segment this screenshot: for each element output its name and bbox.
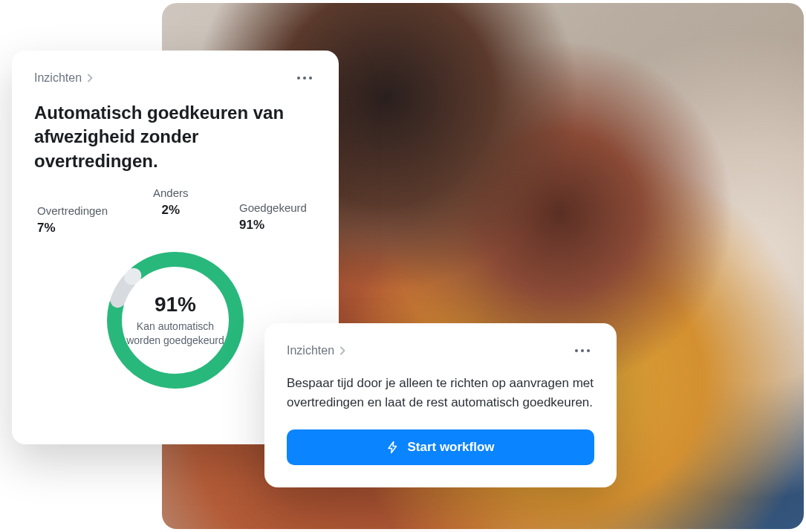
more-menu-button[interactable] — [293, 72, 316, 84]
segment-name: Anders — [153, 186, 189, 199]
action-card-header: Inzichten — [287, 344, 594, 357]
more-icon — [575, 349, 578, 352]
breadcrumb-label: Inzichten — [287, 344, 334, 357]
segment-pct: 91% — [239, 217, 307, 233]
lightning-icon — [386, 441, 400, 454]
donut-chart: 91% Kan automatisch worden goedgekeurd — [101, 246, 250, 395]
donut-segment-labels: Overtredingen 7% Anders 2% Goedgekeurd 9… — [34, 186, 316, 246]
start-workflow-button[interactable]: Start workflow — [287, 429, 594, 465]
insights-title: Automatisch goedkeuren van afwezigheid z… — [34, 101, 316, 173]
segment-name: Goedgekeurd — [239, 201, 307, 214]
donut-center-value: 91% — [155, 293, 196, 317]
more-icon — [297, 77, 300, 80]
donut-center-caption: Kan automatisch worden goedgekeurd — [122, 319, 229, 348]
segment-label-other: Anders 2% — [153, 186, 189, 218]
action-description: Bespaar tijd door je alleen te richten o… — [287, 374, 594, 413]
start-workflow-label: Start workflow — [407, 440, 494, 455]
donut-center: 91% Kan automatisch worden goedgekeurd — [101, 246, 250, 395]
segment-pct: 7% — [37, 220, 108, 236]
segment-pct: 2% — [153, 202, 189, 218]
breadcrumb-label: Inzichten — [34, 71, 82, 85]
segment-name: Overtredingen — [37, 204, 108, 217]
breadcrumb[interactable]: Inzichten — [34, 71, 94, 85]
segment-label-approved: Goedgekeurd 91% — [239, 201, 307, 233]
more-menu-button[interactable] — [571, 345, 594, 357]
chevron-right-icon — [86, 74, 94, 82]
segment-label-violations: Overtredingen 7% — [37, 204, 108, 236]
action-card: Inzichten Bespaar tijd door je alleen te… — [264, 323, 617, 487]
insights-card-header: Inzichten — [34, 71, 316, 85]
breadcrumb[interactable]: Inzichten — [287, 344, 346, 357]
chevron-right-icon — [339, 346, 346, 355]
